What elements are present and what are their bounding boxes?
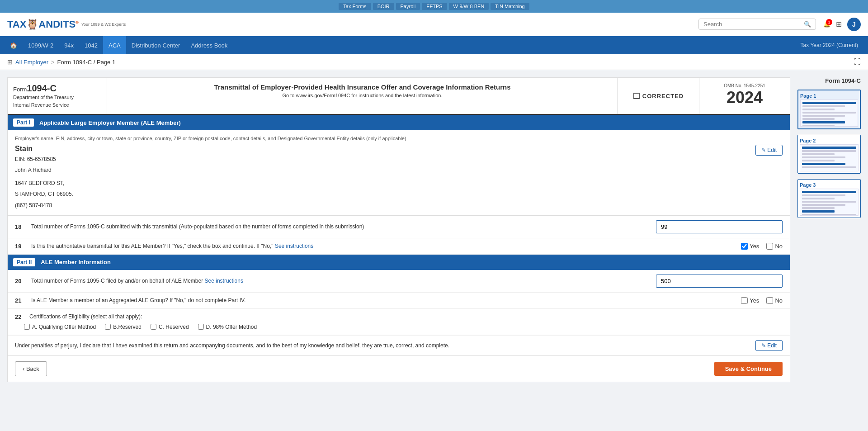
field-20-input[interactable]	[656, 275, 783, 288]
nav-distribution-center[interactable]: Distribution Center	[126, 36, 186, 54]
field-20-number: 20	[15, 278, 26, 284]
field-18-input[interactable]	[656, 220, 783, 233]
field-22-label: Certifications of Eligibility (select al…	[29, 313, 142, 320]
cert-d-label: D. 98% Offer Method	[206, 324, 257, 330]
grid-icon[interactable]: ⊞	[836, 20, 842, 28]
topbar-w9[interactable]: W-9/W-8 BEN	[449, 3, 489, 10]
field-21-no[interactable]: No	[766, 297, 783, 304]
field-20-link[interactable]: See instructions	[205, 278, 243, 284]
search-input[interactable]	[703, 21, 804, 28]
nav-address-book[interactable]: Address Book	[185, 36, 233, 54]
search-icon: 🔍	[804, 21, 811, 28]
back-button[interactable]: ‹ Back	[15, 361, 47, 376]
topbar-eftps[interactable]: EFTPS	[422, 3, 447, 10]
form-header-right: OMB No. 1545-2251 2024	[699, 78, 790, 114]
field-18-number: 18	[15, 223, 26, 230]
field-20-label: Total number of Forms 1095-C filed by an…	[31, 278, 651, 284]
part1-header: Part I Applicable Large Employer Member …	[8, 115, 790, 130]
breadcrumb-parent[interactable]: All Employer	[15, 59, 48, 66]
cert-options: A. Qualifying Offer Method B.Reserved C.…	[15, 324, 783, 330]
employer-address2: STAMFORD, CT 06905.	[15, 189, 73, 199]
field-19-no[interactable]: No	[766, 243, 783, 250]
field-20-row: 20 Total number of Forms 1095-C filed by…	[8, 270, 790, 293]
declaration-edit-button[interactable]: ✎ Edit	[755, 340, 783, 351]
field-21-number: 21	[15, 297, 26, 304]
page-3-thumb[interactable]: Page 3	[797, 179, 861, 218]
page-2-thumb[interactable]: Page 2	[797, 135, 861, 174]
part1-title: Applicable Large Employer Member (ALE Me…	[39, 119, 181, 126]
tax-year-label: Tax Year 2024 (Current)	[795, 38, 863, 53]
field-21-no-checkbox[interactable]	[766, 297, 773, 304]
page-1-preview	[800, 99, 858, 127]
expand-icon[interactable]: ⛶	[854, 58, 861, 66]
breadcrumb-current: Form 1094-C / Page 1	[57, 59, 116, 66]
employer-edit-button[interactable]: ✎ Edit	[755, 145, 783, 156]
cert-option-d[interactable]: D. 98% Offer Method	[198, 324, 257, 330]
form-subtitle: Go to www.irs.gov/Form1094C for instruct…	[113, 93, 612, 98]
field-19-no-checkbox[interactable]	[766, 243, 773, 250]
nav-aca[interactable]: ACA	[103, 36, 126, 54]
cert-option-c[interactable]: C. Reserved	[151, 324, 189, 330]
topbar-boir[interactable]: BOIR	[373, 3, 394, 10]
cert-a-checkbox[interactable]	[24, 324, 30, 330]
nav-1099w2[interactable]: 1099/W-2	[23, 36, 59, 54]
grid-view-icon[interactable]: ⊞	[7, 58, 13, 66]
corrected-checkbox[interactable]	[633, 93, 640, 99]
employer-info-content: Stain EIN: 65-6578585 John A Richard 164…	[15, 145, 783, 210]
field-19-number: 19	[15, 243, 26, 250]
save-continue-button[interactable]: Save & Continue	[714, 362, 783, 376]
page-2-label: Page 2	[800, 137, 859, 144]
avatar[interactable]: J	[847, 18, 861, 31]
form-header: Form1094-C Department of the Treasury In…	[8, 78, 790, 115]
employer-ein: EIN: 65-6578585	[15, 155, 73, 164]
right-sidebar: Form 1094-C Page 1 Page 2	[797, 77, 861, 382]
field-19-yes[interactable]: Yes	[741, 243, 759, 250]
form-title: Transmittal of Employer-Provided Health …	[113, 83, 612, 91]
header-icons: 🔔 1 ⊞ J	[823, 18, 861, 31]
nav-home[interactable]: 🏠	[5, 36, 23, 54]
page-2-preview	[800, 144, 859, 171]
topbar-payroll[interactable]: Payroll	[396, 3, 420, 10]
corrected-label: CORRECTED	[642, 93, 684, 99]
field-19-no-label: No	[775, 243, 783, 250]
breadcrumb-bar: ⊞ All Employer > Form 1094-C / Page 1 ⛶	[0, 54, 868, 70]
cert-c-checkbox[interactable]	[151, 324, 156, 330]
logo: TAX🦉ANDITS® Your 1099 & W2 Experts	[7, 19, 126, 30]
form-department: Department of the Treasury	[13, 94, 101, 101]
top-bar: Tax Forms BOIR Payroll EFTPS W-9/W-8 BEN…	[0, 0, 868, 13]
cert-b-checkbox[interactable]	[105, 324, 111, 330]
topbar-tin-matching[interactable]: TIN Matching	[491, 3, 529, 10]
field-19-yes-checkbox[interactable]	[741, 243, 748, 250]
notification-icon[interactable]: 🔔 1	[823, 21, 830, 28]
cert-d-checkbox[interactable]	[198, 324, 204, 330]
field-18-row: 18 Total number of Forms 1095-C submitte…	[8, 216, 790, 238]
cert-option-b[interactable]: B.Reserved	[105, 324, 142, 330]
form-number: Form1094-C	[13, 83, 101, 94]
cert-b-label: B.Reserved	[113, 324, 142, 330]
field-19-link[interactable]: See instructions	[275, 243, 313, 249]
employer-name: Stain	[15, 145, 73, 153]
employer-contact: John A Richard	[15, 166, 73, 175]
form-header-center: Transmittal of Employer-Provided Health …	[107, 78, 618, 114]
employer-info-section: Employer's name, EIN, address, city or t…	[8, 130, 790, 216]
nav-94x[interactable]: 94x	[59, 36, 79, 54]
topbar-taxforms[interactable]: Tax Forms	[339, 3, 371, 10]
field-21-yes[interactable]: Yes	[741, 297, 759, 304]
year-number: 2024	[705, 88, 784, 107]
declaration-text: Under penalties of perjury, I declare th…	[15, 342, 755, 349]
logo-text: TAX🦉ANDITS®	[7, 19, 79, 30]
employer-info-label: Employer's name, EIN, address, city or t…	[15, 136, 783, 141]
page-1-thumb[interactable]: Page 1	[797, 90, 861, 129]
nav-1042[interactable]: 1042	[79, 36, 103, 54]
search-box[interactable]: 🔍	[698, 19, 816, 30]
field-21-checkboxes: Yes No	[741, 297, 783, 304]
field-21-yes-checkbox[interactable]	[741, 297, 748, 304]
field-21-no-label: No	[775, 297, 783, 304]
part2-label: Part II	[13, 258, 35, 266]
cert-a-label: A. Qualifying Offer Method	[32, 324, 96, 330]
cert-option-a[interactable]: A. Qualifying Offer Method	[24, 324, 96, 330]
field-21-row: 21 Is ALE Member a member of an Aggregat…	[8, 293, 790, 309]
form-header-left: Form1094-C Department of the Treasury In…	[8, 78, 107, 114]
field-19-checkboxes: Yes No	[741, 243, 783, 250]
page-1-label: Page 1	[800, 92, 858, 99]
